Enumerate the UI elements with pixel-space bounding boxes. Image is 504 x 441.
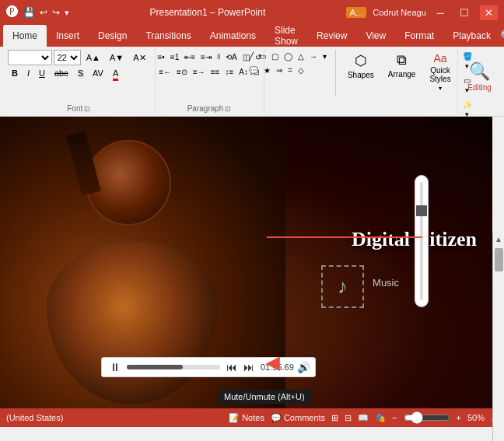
strikethrough-button[interactable]: abc [51, 67, 72, 79]
paragraph-expand-icon[interactable]: ⊡ [225, 105, 231, 113]
arrange-button[interactable]: ⧉ Arrange [383, 50, 422, 81]
tab-review[interactable]: Review [307, 25, 356, 47]
mute-tooltip: Mute/Unmute (Alt+U) [218, 390, 311, 404]
tab-insert[interactable]: Insert [47, 25, 89, 47]
tab-slideshow[interactable]: Slide Show [265, 25, 307, 47]
shape-block-arrow[interactable]: ⇒ [274, 64, 285, 77]
clear-format-button[interactable]: A✕ [129, 51, 149, 65]
char-spacing-button[interactable]: AV [89, 67, 107, 79]
search-icon: 🔍 [500, 30, 504, 42]
zoom-slider[interactable] [404, 411, 450, 424]
line-spacing-button[interactable]: ↕≡ [222, 65, 236, 79]
normal-view-button[interactable]: ⊞ [331, 413, 338, 423]
slide-area[interactable]: Digital Citizen Music ♪ ⏸ [0, 117, 492, 408]
next-button[interactable]: ⏭ [240, 361, 257, 373]
editing-group: 🔍 Editing Editing [458, 48, 501, 114]
slide: Digital Citizen Music ♪ ⏸ [0, 117, 492, 408]
close-button[interactable]: ✕ [480, 5, 498, 20]
tab-playback[interactable]: Playback [443, 25, 500, 47]
volume-slider-track [420, 182, 423, 300]
font-size-select[interactable]: 22 [54, 50, 81, 65]
prev-button[interactable]: ⏮ [223, 361, 240, 373]
scroll-track [493, 245, 504, 441]
pause-button[interactable]: ⏸ [107, 361, 124, 373]
shadow-button[interactable]: S [74, 67, 87, 79]
presenter-view-button[interactable]: 🎭 [375, 413, 386, 423]
font-expand-icon[interactable]: ⊡ [84, 105, 90, 113]
tab-design[interactable]: Design [89, 25, 136, 47]
shapes-icon: ⬡ [355, 52, 367, 69]
shape-triangle[interactable]: △ [296, 50, 306, 63]
comments-icon: 💬 [271, 413, 282, 423]
audio-controls-bar: ⏸ ⏮ ⏭ 01:55.69 🔊 [101, 357, 316, 377]
align-left-button[interactable]: ≡← [156, 65, 173, 79]
scroll-up-arrow[interactable]: ▲ [493, 233, 504, 245]
tab-animations[interactable]: Animations [201, 25, 265, 47]
decrease-font-button[interactable]: A▼ [106, 51, 128, 64]
zoom-in-button[interactable]: + [457, 413, 461, 422]
restore-button[interactable]: ☐ [455, 5, 474, 20]
shape-rect[interactable]: ▭ [257, 50, 268, 63]
notes-icon: 📝 [229, 413, 240, 423]
slide-sorter-button[interactable]: ⊟ [345, 413, 352, 423]
decrease-indent-button[interactable]: ⇤≡ [182, 51, 198, 64]
shape-arrow[interactable]: → [307, 50, 320, 63]
quick-access-undo[interactable]: ↩ [40, 7, 47, 18]
red-horizontal-line [267, 236, 422, 238]
increase-font-button[interactable]: A▲ [82, 51, 104, 64]
music-icon-selected[interactable]: ♪ [321, 265, 364, 308]
shape-flow[interactable]: ◇ [296, 64, 306, 77]
align-right-button[interactable]: ≡→ [191, 65, 208, 79]
bullet-list-button[interactable]: ≡• [156, 51, 167, 64]
arrange-icon: ⧉ [397, 52, 407, 68]
drawing-divider [335, 50, 336, 96]
shape-oval[interactable]: ◯ [282, 50, 295, 63]
tab-view[interactable]: View [356, 25, 395, 47]
shape-callout[interactable]: 💬 [247, 64, 261, 77]
shape-more[interactable]: ▾ [320, 50, 329, 63]
shape-rounded-rect[interactable]: ▢ [269, 50, 281, 63]
volume-slider-thumb[interactable] [416, 205, 427, 216]
shape-eq[interactable]: = [285, 64, 295, 77]
zoom-out-button[interactable]: − [392, 413, 397, 422]
align-center-button[interactable]: ≡⊙ [174, 65, 190, 79]
scroll-thumb[interactable] [495, 248, 503, 271]
editing-button[interactable]: 🔍 Editing [467, 61, 492, 92]
font-color-button[interactable]: A [109, 67, 122, 79]
shape-line[interactable]: ╱ [247, 50, 256, 63]
text-direction-button[interactable]: ⟲A [223, 51, 240, 64]
reading-view-button[interactable]: 📖 [358, 413, 369, 423]
tab-format[interactable]: Format [395, 25, 443, 47]
columns-button[interactable]: ⫴ [215, 50, 222, 64]
increase-indent-button[interactable]: ≡⇥ [198, 51, 214, 64]
quick-access-redo[interactable]: ↪ [52, 7, 60, 18]
red-arrow-indicator: ◀ [266, 353, 279, 373]
quick-access-save[interactable]: 💾 [23, 7, 35, 18]
quick-styles-dropdown-icon[interactable]: ▾ [439, 85, 442, 92]
audio-progress-bar[interactable] [127, 365, 220, 369]
italic-button[interactable]: I [23, 67, 33, 79]
volume-slider-container[interactable] [415, 175, 429, 307]
app-icon: 🅟 [6, 5, 19, 19]
font-family-select[interactable] [8, 50, 52, 65]
numbered-list-button[interactable]: ≡1 [168, 51, 181, 64]
justify-button[interactable]: ≡≡ [208, 65, 222, 79]
comments-button[interactable]: 💬 Comments [271, 413, 325, 423]
drawing-group: ╱ ▭ ▢ ◯ △ → ▾ 💬 ★ ⇒ = ◇ ⬡ [264, 48, 458, 114]
title-bar: 🅟 💾 ↩ ↪ ▾ Presentation1 – PowerPoint A..… [0, 0, 504, 25]
paragraph-group-label: Paragraph ⊡ [187, 103, 232, 113]
underline-button[interactable]: U [35, 67, 49, 79]
tab-transitions[interactable]: Transitions [136, 25, 200, 47]
quick-styles-button[interactable]: Aa Quick Styles ▾ [424, 50, 456, 94]
notes-button[interactable]: 📝 Notes [229, 413, 264, 423]
user-avatar: A... [346, 7, 367, 18]
volume-icon[interactable]: 🔊 [297, 361, 310, 373]
tab-home[interactable]: Home [3, 25, 47, 47]
editing-label: Editing [467, 83, 492, 92]
ribbon-tabs: Home Insert Design Transitions Animation… [0, 25, 504, 47]
shape-star[interactable]: ★ [261, 64, 273, 77]
minimize-button[interactable]: ─ [432, 5, 449, 20]
right-scrollbar[interactable]: ▲ ▼ [492, 233, 504, 441]
bold-button[interactable]: B [8, 67, 22, 79]
shapes-button[interactable]: ⬡ Shapes [342, 50, 380, 82]
